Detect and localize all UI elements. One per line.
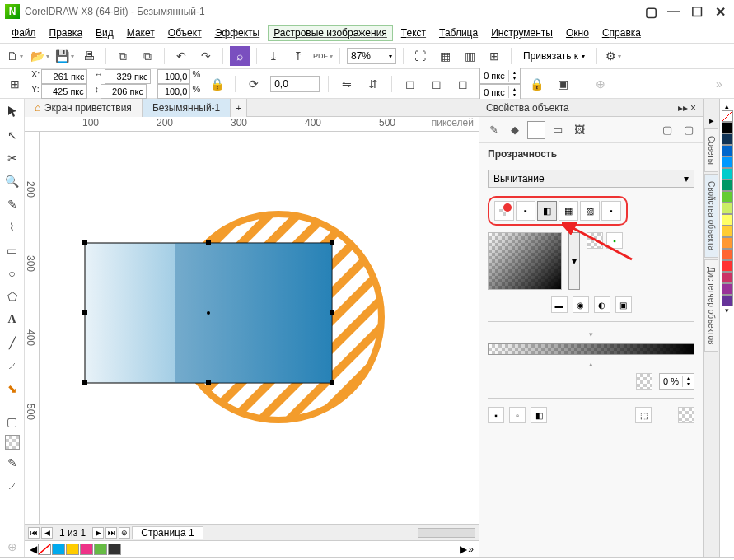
grid-button[interactable]: ▦ <box>435 46 455 66</box>
corner-2-button[interactable]: ◻ <box>427 74 446 94</box>
side-tab-object-manager[interactable]: Диспетчер объектов <box>704 259 718 352</box>
color-swatch[interactable] <box>722 260 733 272</box>
y-input[interactable] <box>41 84 87 99</box>
page-add[interactable]: ⊕ <box>119 527 130 539</box>
two-color-transparency-button[interactable]: ▨ <box>580 201 600 221</box>
x-input[interactable] <box>41 69 87 84</box>
conical-gradient-icon[interactable]: ◐ <box>594 296 610 313</box>
color-swatch[interactable] <box>722 168 733 180</box>
rectangle-tool[interactable]: ▭ <box>2 240 22 260</box>
side-tab-hints[interactable]: Советы <box>704 128 718 172</box>
height-input[interactable] <box>101 84 147 99</box>
quick-custom-button[interactable]: ⊕ <box>2 537 22 557</box>
more-button[interactable]: » <box>709 74 729 94</box>
pattern-transparency-button[interactable]: ▦ <box>559 201 578 221</box>
settings-button[interactable]: ⚙ <box>604 46 624 66</box>
menu-file[interactable]: Файл <box>7 26 41 40</box>
side-tab-properties[interactable]: Свойства объекта <box>704 174 718 258</box>
undo-button[interactable]: ↶ <box>171 46 191 66</box>
panel-close-icon[interactable]: × <box>690 102 696 114</box>
redo-button[interactable]: ↷ <box>196 46 216 66</box>
page-prev[interactable]: ◀ <box>41 527 53 539</box>
merge-mode-dropdown[interactable]: Вычитание▾ <box>488 170 694 188</box>
corner-1-button[interactable]: ◻ <box>400 74 420 94</box>
rotation-input[interactable] <box>270 76 320 92</box>
ruler-horizontal[interactable]: 100 200 300 400 500 пикселей <box>25 117 479 132</box>
transparency-tab-icon[interactable] <box>527 121 545 139</box>
freehand-tool[interactable]: ✎ <box>2 194 22 214</box>
outline-tab-icon[interactable]: ✎ <box>484 121 503 139</box>
user-icon[interactable]: ▢ <box>642 3 660 20</box>
gradient-slider[interactable] <box>488 343 694 355</box>
gradient-picker-dropdown[interactable]: ▾ <box>568 232 580 290</box>
apply-outline-icon[interactable]: ▫ <box>509 407 526 423</box>
menu-object[interactable]: Объект <box>163 26 207 40</box>
color-swatch[interactable] <box>722 272 733 283</box>
save-button[interactable]: 💾 <box>54 46 74 66</box>
freeze-icon[interactable]: ⬚ <box>635 407 652 423</box>
menu-help[interactable]: Справка <box>597 26 646 40</box>
start-node-icon[interactable] <box>587 232 603 249</box>
docker-arrow-icon[interactable]: ▸ <box>709 115 714 128</box>
image-tab-icon[interactable]: 🖼 <box>570 121 588 139</box>
palette-swatch[interactable] <box>52 544 65 555</box>
gradient-preview[interactable] <box>488 232 562 290</box>
minimize-button[interactable]: — <box>665 3 683 20</box>
add-node-icon[interactable]: ▪ <box>606 232 623 249</box>
tab-document[interactable]: Безымянный-1 <box>143 99 231 117</box>
palette-swatch[interactable] <box>80 544 93 555</box>
mode-a-icon[interactable]: ▢ <box>658 121 676 139</box>
outline-width-1[interactable]: 0 пкс▴▾ <box>479 68 521 84</box>
text-tool[interactable]: A <box>2 310 22 329</box>
connector-tool[interactable]: ⬊ <box>2 379 22 399</box>
copy-button[interactable]: ⧉ <box>113 46 133 66</box>
page-tab-1[interactable]: Страница 1 <box>132 526 203 539</box>
square-gradient-icon[interactable]: ▣ <box>615 296 632 313</box>
palette-prev[interactable]: ◀ <box>30 544 37 555</box>
zoom-tool[interactable]: 🔍 <box>2 171 22 191</box>
maximize-button[interactable]: ☐ <box>688 3 706 20</box>
lock-ratio-icon[interactable]: 🔒 <box>207 74 227 94</box>
no-fill-swatch[interactable] <box>38 544 51 555</box>
scale-y-input[interactable] <box>157 84 190 99</box>
color-swatch[interactable] <box>722 237 733 249</box>
fountain-transparency-button[interactable]: ◧ <box>537 201 557 221</box>
menu-tools[interactable]: Инструменты <box>486 26 558 40</box>
frame-tab-icon[interactable]: ▭ <box>549 121 567 139</box>
linear-gradient-icon[interactable]: ▬ <box>551 296 568 313</box>
radial-gradient-icon[interactable]: ◉ <box>573 296 589 313</box>
page-first[interactable]: ⏮ <box>28 527 40 539</box>
guide-button[interactable]: ▥ <box>460 46 479 66</box>
crop-tool[interactable]: ✂ <box>2 148 22 168</box>
search-button[interactable]: ⌕ <box>230 46 250 66</box>
mirror-h-button[interactable]: ⇋ <box>337 74 357 94</box>
snap-dropdown[interactable]: Привязать к▾ <box>518 50 590 62</box>
outline-width-2[interactable]: 0 пкс▴▾ <box>479 84 521 100</box>
apply-both-icon[interactable]: ◧ <box>531 407 547 423</box>
transparency-tool[interactable] <box>5 435 20 450</box>
width-input[interactable] <box>105 69 151 84</box>
palette-swatch[interactable] <box>94 544 107 555</box>
uniform-transparency-button[interactable]: ▪ <box>516 201 535 221</box>
color-swatch[interactable] <box>722 249 733 260</box>
canvas[interactable] <box>40 132 479 524</box>
eyedropper-tool[interactable]: ✎ <box>2 453 22 473</box>
color-swatch[interactable] <box>722 122 733 133</box>
import-button[interactable]: ⤓ <box>264 46 283 66</box>
color-swatch[interactable] <box>722 145 733 156</box>
export-button[interactable]: ⤒ <box>288 46 308 66</box>
line-tool[interactable]: ╱ <box>2 333 22 352</box>
ellipse-tool[interactable]: ○ <box>2 264 22 283</box>
menu-edit[interactable]: Правка <box>44 26 88 40</box>
h-scrollbar[interactable] <box>418 528 475 538</box>
scale-x-input[interactable] <box>157 69 190 84</box>
mirror-v-button[interactable]: ⇵ <box>363 74 383 94</box>
tab-welcome[interactable]: ⌂Экран приветствия <box>25 99 143 117</box>
wrap-text-button[interactable]: ▣ <box>554 74 573 94</box>
node-transparency-input[interactable]: 0 %▴▾ <box>659 373 694 390</box>
close-button[interactable]: ✕ <box>711 3 729 20</box>
palette-next[interactable]: ▶ <box>460 544 467 555</box>
mode-b-icon[interactable]: ▢ <box>680 121 698 139</box>
page-next[interactable]: ▶ <box>92 527 104 539</box>
color-swatch[interactable] <box>722 156 733 168</box>
